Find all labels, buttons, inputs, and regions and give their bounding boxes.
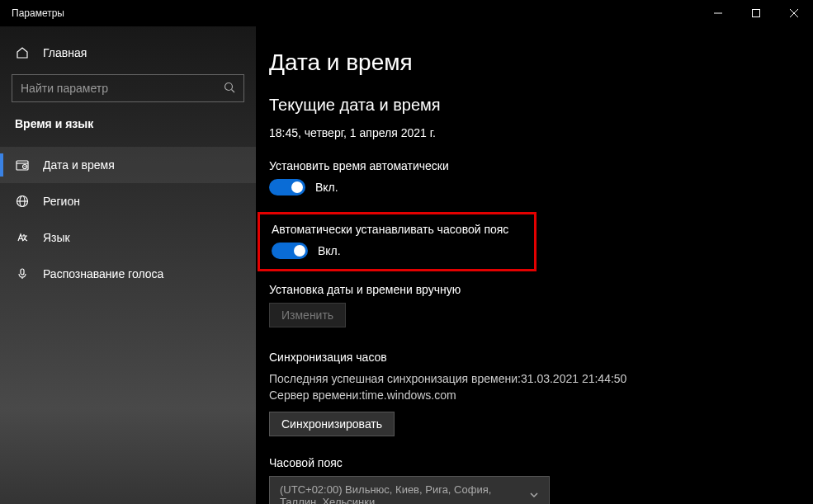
clock-icon bbox=[15, 158, 30, 172]
auto-tz-toggle[interactable] bbox=[272, 243, 308, 259]
highlight-box: Автоматически устанавливать часовой пояс… bbox=[258, 212, 536, 271]
content-pane: Дата и время Текущие дата и время 18:45,… bbox=[256, 26, 813, 504]
auto-time-state: Вкл. bbox=[315, 181, 338, 194]
language-icon bbox=[15, 231, 30, 244]
globe-icon bbox=[15, 195, 30, 208]
sync-title: Синхронизация часов bbox=[269, 351, 793, 364]
section-title: Время и язык bbox=[0, 117, 256, 139]
sidebar-item-language[interactable]: Язык bbox=[0, 219, 256, 256]
home-icon bbox=[15, 46, 30, 59]
home-label: Главная bbox=[43, 46, 87, 59]
auto-time-toggle[interactable] bbox=[269, 179, 305, 195]
svg-line-5 bbox=[232, 89, 235, 92]
sync-last: Последняя успешная синхронизация времени… bbox=[269, 372, 793, 385]
home-link[interactable]: Главная bbox=[0, 40, 256, 71]
current-datetime: 18:45, четверг, 1 апреля 2021 г. bbox=[269, 126, 793, 139]
microphone-icon bbox=[15, 267, 30, 280]
titlebar: Параметры bbox=[0, 0, 813, 26]
search-box[interactable] bbox=[12, 74, 244, 102]
search-input[interactable] bbox=[21, 82, 224, 95]
timezone-title: Часовой пояс bbox=[269, 456, 793, 469]
page-title: Дата и время bbox=[269, 49, 793, 76]
auto-tz-label: Автоматически устанавливать часовой пояс bbox=[272, 223, 522, 236]
chevron-down-icon bbox=[529, 490, 539, 502]
manual-set-label: Установка даты и времени вручную bbox=[269, 283, 793, 296]
svg-rect-1 bbox=[753, 10, 760, 17]
sidebar-item-label: Регион bbox=[43, 195, 80, 208]
timezone-selected: (UTC+02:00) Вильнюс, Киев, Рига, София, … bbox=[280, 483, 529, 504]
auto-time-label: Установить время автоматически bbox=[269, 159, 793, 172]
sidebar-item-region[interactable]: Регион bbox=[0, 183, 256, 219]
timezone-select[interactable]: (UTC+02:00) Вильнюс, Киев, Рига, София, … bbox=[269, 476, 550, 504]
maximize-button[interactable] bbox=[737, 0, 775, 26]
search-icon bbox=[224, 82, 235, 96]
sidebar: Главная Время и язык Дата и время Регион bbox=[0, 26, 256, 504]
subtitle-current: Текущие дата и время bbox=[269, 96, 793, 115]
sync-server: Сервер времени:time.windows.com bbox=[269, 389, 793, 402]
sidebar-item-datetime[interactable]: Дата и время bbox=[0, 147, 256, 183]
svg-rect-14 bbox=[21, 269, 24, 275]
sidebar-item-label: Язык bbox=[43, 231, 70, 244]
svg-point-4 bbox=[225, 82, 233, 90]
change-button: Изменить bbox=[269, 303, 346, 327]
window-title: Параметры bbox=[12, 7, 699, 19]
sidebar-item-speech[interactable]: Распознавание голоса bbox=[0, 256, 256, 292]
sync-button[interactable]: Синхронизировать bbox=[269, 412, 395, 436]
close-button[interactable] bbox=[775, 0, 813, 26]
auto-tz-state: Вкл. bbox=[318, 244, 341, 257]
sidebar-item-label: Дата и время bbox=[43, 158, 115, 172]
minimize-button[interactable] bbox=[699, 0, 737, 26]
sidebar-item-label: Распознавание голоса bbox=[43, 267, 163, 280]
